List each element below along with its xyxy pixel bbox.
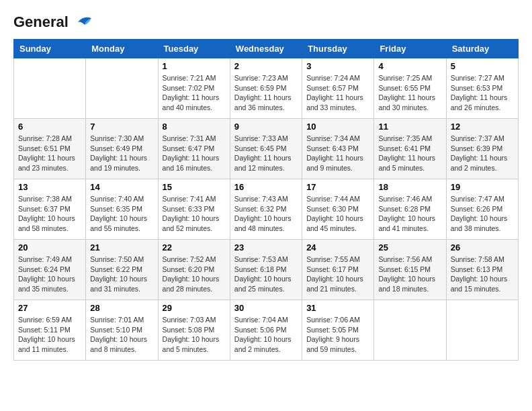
calendar-cell xyxy=(374,300,446,361)
calendar-cell: 2Sunrise: 7:23 AM Sunset: 6:59 PM Daylig… xyxy=(230,58,302,119)
day-number: 10 xyxy=(306,122,369,132)
logo: General xyxy=(13,13,95,28)
calendar-cell: 7Sunrise: 7:30 AM Sunset: 6:49 PM Daylig… xyxy=(86,119,158,179)
calendar-cell: 6Sunrise: 7:28 AM Sunset: 6:51 PM Daylig… xyxy=(14,119,86,179)
day-number: 16 xyxy=(234,182,298,192)
calendar-cell: 17Sunrise: 7:44 AM Sunset: 6:30 PM Dayli… xyxy=(302,179,374,240)
day-info: Sunrise: 7:40 AM Sunset: 6:35 PM Dayligh… xyxy=(90,194,153,234)
day-info: Sunrise: 7:28 AM Sunset: 6:51 PM Dayligh… xyxy=(18,134,81,173)
day-info: Sunrise: 7:01 AM Sunset: 5:10 PM Dayligh… xyxy=(90,315,153,355)
day-info: Sunrise: 7:33 AM Sunset: 6:45 PM Dayligh… xyxy=(234,134,298,173)
calendar-cell xyxy=(86,58,158,119)
calendar-cell: 9Sunrise: 7:33 AM Sunset: 6:45 PM Daylig… xyxy=(230,119,302,179)
day-info: Sunrise: 7:27 AM Sunset: 6:53 PM Dayligh… xyxy=(451,73,514,113)
calendar-cell: 18Sunrise: 7:46 AM Sunset: 6:28 PM Dayli… xyxy=(374,179,446,240)
day-info: Sunrise: 6:59 AM Sunset: 5:11 PM Dayligh… xyxy=(18,315,81,355)
day-number: 17 xyxy=(306,182,369,192)
day-number: 28 xyxy=(90,303,153,313)
day-info: Sunrise: 7:47 AM Sunset: 6:26 PM Dayligh… xyxy=(451,194,514,234)
day-info: Sunrise: 7:25 AM Sunset: 6:55 PM Dayligh… xyxy=(378,73,441,113)
calendar-cell: 14Sunrise: 7:40 AM Sunset: 6:35 PM Dayli… xyxy=(86,179,158,240)
calendar-cell: 4Sunrise: 7:25 AM Sunset: 6:55 PM Daylig… xyxy=(374,58,446,119)
calendar-week-5: 27Sunrise: 6:59 AM Sunset: 5:11 PM Dayli… xyxy=(14,300,519,361)
day-info: Sunrise: 7:56 AM Sunset: 6:15 PM Dayligh… xyxy=(378,255,441,294)
logo-general: General xyxy=(13,13,69,31)
day-number: 29 xyxy=(163,303,226,313)
calendar-cell: 26Sunrise: 7:58 AM Sunset: 6:13 PM Dayli… xyxy=(446,240,518,300)
day-info: Sunrise: 7:50 AM Sunset: 6:22 PM Dayligh… xyxy=(90,255,153,294)
day-number: 31 xyxy=(306,303,369,313)
day-number: 2 xyxy=(234,61,298,71)
calendar-week-2: 6Sunrise: 7:28 AM Sunset: 6:51 PM Daylig… xyxy=(14,119,519,179)
day-number: 4 xyxy=(378,61,441,71)
calendar-cell: 12Sunrise: 7:37 AM Sunset: 6:39 PM Dayli… xyxy=(446,119,518,179)
calendar-cell xyxy=(14,58,86,119)
day-number: 7 xyxy=(90,122,153,132)
day-number: 19 xyxy=(451,182,514,192)
calendar-week-3: 13Sunrise: 7:38 AM Sunset: 6:37 PM Dayli… xyxy=(14,179,519,240)
day-number: 13 xyxy=(18,182,81,192)
day-number: 9 xyxy=(234,122,298,132)
day-info: Sunrise: 7:23 AM Sunset: 6:59 PM Dayligh… xyxy=(234,73,298,113)
day-number: 1 xyxy=(163,61,226,71)
day-info: Sunrise: 7:03 AM Sunset: 5:08 PM Dayligh… xyxy=(163,315,226,355)
day-number: 25 xyxy=(378,242,441,253)
calendar-cell: 1Sunrise: 7:21 AM Sunset: 7:02 PM Daylig… xyxy=(158,58,230,119)
day-info: Sunrise: 7:38 AM Sunset: 6:37 PM Dayligh… xyxy=(18,194,81,234)
day-info: Sunrise: 7:21 AM Sunset: 7:02 PM Dayligh… xyxy=(163,73,226,113)
day-header-saturday: Saturday xyxy=(446,40,518,58)
day-info: Sunrise: 7:34 AM Sunset: 6:43 PM Dayligh… xyxy=(306,134,369,173)
day-header-tuesday: Tuesday xyxy=(158,40,230,58)
calendar-cell: 13Sunrise: 7:38 AM Sunset: 6:37 PM Dayli… xyxy=(14,179,86,240)
day-number: 22 xyxy=(163,242,226,253)
day-info: Sunrise: 7:30 AM Sunset: 6:49 PM Dayligh… xyxy=(90,134,153,173)
day-info: Sunrise: 7:53 AM Sunset: 6:18 PM Dayligh… xyxy=(234,255,298,294)
day-info: Sunrise: 7:52 AM Sunset: 6:20 PM Dayligh… xyxy=(163,255,226,294)
day-info: Sunrise: 7:46 AM Sunset: 6:28 PM Dayligh… xyxy=(378,194,441,234)
day-header-monday: Monday xyxy=(86,40,158,58)
day-info: Sunrise: 7:35 AM Sunset: 6:41 PM Dayligh… xyxy=(378,134,441,173)
day-number: 30 xyxy=(234,303,298,313)
logo-bird-icon xyxy=(71,15,95,29)
day-info: Sunrise: 7:41 AM Sunset: 6:33 PM Dayligh… xyxy=(163,194,226,234)
day-info: Sunrise: 7:44 AM Sunset: 6:30 PM Dayligh… xyxy=(306,194,369,234)
day-header-sunday: Sunday xyxy=(14,40,86,58)
calendar-cell: 20Sunrise: 7:49 AM Sunset: 6:24 PM Dayli… xyxy=(14,240,86,300)
calendar-cell: 3Sunrise: 7:24 AM Sunset: 6:57 PM Daylig… xyxy=(302,58,374,119)
calendar-cell: 31Sunrise: 7:06 AM Sunset: 5:05 PM Dayli… xyxy=(302,300,374,361)
day-number: 15 xyxy=(163,182,226,192)
day-number: 27 xyxy=(18,303,81,313)
day-number: 6 xyxy=(18,122,81,132)
calendar-cell: 8Sunrise: 7:31 AM Sunset: 6:47 PM Daylig… xyxy=(158,119,230,179)
day-info: Sunrise: 7:58 AM Sunset: 6:13 PM Dayligh… xyxy=(451,255,514,294)
day-info: Sunrise: 7:31 AM Sunset: 6:47 PM Dayligh… xyxy=(163,134,226,173)
calendar-cell: 19Sunrise: 7:47 AM Sunset: 6:26 PM Dayli… xyxy=(446,179,518,240)
day-info: Sunrise: 7:24 AM Sunset: 6:57 PM Dayligh… xyxy=(306,73,369,113)
day-info: Sunrise: 7:06 AM Sunset: 5:05 PM Dayligh… xyxy=(306,315,369,355)
day-number: 12 xyxy=(451,122,514,132)
calendar-cell: 21Sunrise: 7:50 AM Sunset: 6:22 PM Dayli… xyxy=(86,240,158,300)
calendar-cell xyxy=(446,300,518,361)
day-number: 3 xyxy=(306,61,369,71)
calendar-cell: 23Sunrise: 7:53 AM Sunset: 6:18 PM Dayli… xyxy=(230,240,302,300)
day-info: Sunrise: 7:55 AM Sunset: 6:17 PM Dayligh… xyxy=(306,255,369,294)
day-header-friday: Friday xyxy=(374,40,446,58)
page-header: General xyxy=(13,13,519,28)
day-header-thursday: Thursday xyxy=(302,40,374,58)
calendar-week-1: 1Sunrise: 7:21 AM Sunset: 7:02 PM Daylig… xyxy=(14,58,519,119)
calendar-cell: 27Sunrise: 6:59 AM Sunset: 5:11 PM Dayli… xyxy=(14,300,86,361)
day-info: Sunrise: 7:04 AM Sunset: 5:06 PM Dayligh… xyxy=(234,315,298,355)
calendar-week-4: 20Sunrise: 7:49 AM Sunset: 6:24 PM Dayli… xyxy=(14,240,519,300)
calendar-cell: 5Sunrise: 7:27 AM Sunset: 6:53 PM Daylig… xyxy=(446,58,518,119)
day-info: Sunrise: 7:49 AM Sunset: 6:24 PM Dayligh… xyxy=(18,255,81,294)
day-info: Sunrise: 7:43 AM Sunset: 6:32 PM Dayligh… xyxy=(234,194,298,234)
day-number: 24 xyxy=(306,242,369,253)
day-number: 21 xyxy=(90,242,153,253)
day-header-wednesday: Wednesday xyxy=(230,40,302,58)
day-number: 8 xyxy=(163,122,226,132)
calendar-cell: 25Sunrise: 7:56 AM Sunset: 6:15 PM Dayli… xyxy=(374,240,446,300)
calendar-header-row: SundayMondayTuesdayWednesdayThursdayFrid… xyxy=(14,40,519,58)
day-number: 5 xyxy=(451,61,514,71)
day-number: 26 xyxy=(451,242,514,253)
day-number: 18 xyxy=(378,182,441,192)
